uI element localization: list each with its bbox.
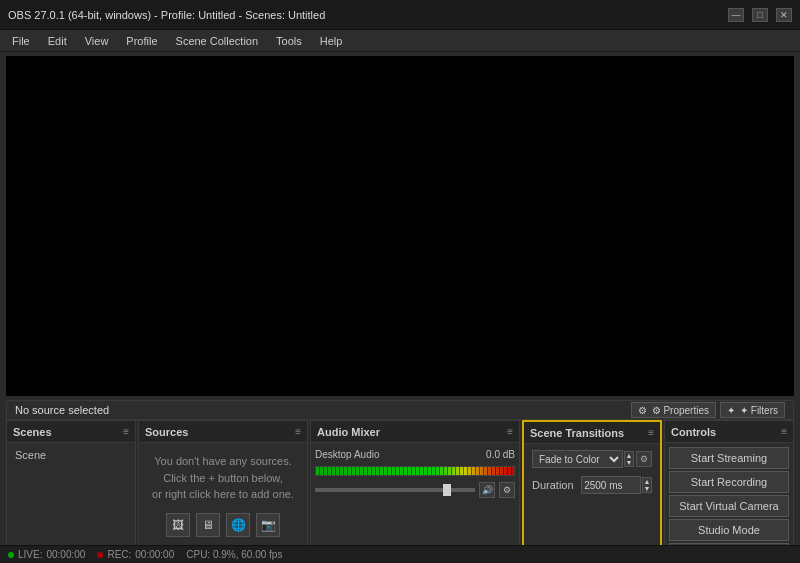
menu-tools[interactable]: Tools <box>268 31 310 51</box>
audio-mixer-panel: Audio Mixer ≡ Desktop Audio 0.0 dB <box>310 420 520 563</box>
properties-button[interactable]: ⚙ ⚙ Properties <box>631 402 716 418</box>
scene-transitions-panel-title: Scene Transitions <box>530 427 624 439</box>
rec-label: REC: <box>107 549 131 560</box>
audio-mixer-panel-title: Audio Mixer <box>317 426 380 438</box>
transition-settings-button[interactable]: ⚙ <box>636 451 652 467</box>
rec-time: 00:00:00 <box>135 549 174 560</box>
gear-icon: ⚙ <box>638 405 647 416</box>
toolbar-buttons: ⚙ ⚙ Properties ✦ ✦ Filters <box>631 402 785 418</box>
titlebar: OBS 27.0.1 (64-bit, windows) - Profile: … <box>0 0 800 30</box>
start-recording-button[interactable]: Start Recording <box>669 471 789 493</box>
controls-menu-icon[interactable]: ≡ <box>781 426 787 437</box>
transition-select-row: Fade to Color Cut Fade Swipe Slide ▲ ▼ ⚙ <box>528 448 656 470</box>
source-browser-icon[interactable]: 🌐 <box>226 513 250 537</box>
scenes-panel-title: Scenes <box>13 426 52 438</box>
menu-help[interactable]: Help <box>312 31 351 51</box>
sources-empty-text: You don't have any sources. Click the + … <box>143 447 303 509</box>
scenes-panel-content: Scene <box>7 443 135 545</box>
close-button[interactable]: ✕ <box>776 8 792 22</box>
live-dot <box>8 552 14 558</box>
source-image-icon[interactable]: 🖼 <box>166 513 190 537</box>
statusbar: LIVE: 00:00:00 REC: 00:00:00 CPU: 0.9%, … <box>0 545 800 563</box>
preview-area <box>6 56 794 396</box>
audio-vu-meter <box>315 466 515 476</box>
cpu-status: CPU: 0.9%, 60.00 fps <box>186 549 282 560</box>
audio-track-desktop: Desktop Audio 0.0 dB <box>315 447 515 462</box>
live-label: LIVE: <box>18 549 42 560</box>
transition-duration-label: Duration <box>532 479 581 491</box>
scene-transitions-menu-icon[interactable]: ≡ <box>648 427 654 438</box>
transition-type-spinner[interactable]: ▲ ▼ <box>624 451 634 467</box>
preview-canvas <box>6 56 794 396</box>
titlebar-controls: — □ ✕ <box>728 8 792 22</box>
scenes-panel: Scenes ≡ Scene + − ∧ ∨ <box>6 420 136 563</box>
menu-scene-collection[interactable]: Scene Collection <box>168 31 267 51</box>
source-display-icon[interactable]: 🖥 <box>196 513 220 537</box>
source-type-icons: 🖼 🖥 🌐 📷 <box>143 513 303 537</box>
sources-panel-content: You don't have any sources. Click the + … <box>139 443 307 545</box>
scene-transitions-panel-header: Scene Transitions ≡ <box>524 422 660 444</box>
no-source-text: No source selected <box>15 404 109 416</box>
scenes-menu-icon[interactable]: ≡ <box>123 426 129 437</box>
transition-duration-row: Duration ▲ ▼ <box>528 474 656 496</box>
audio-meter-grid <box>316 467 514 475</box>
menu-view[interactable]: View <box>77 31 117 51</box>
audio-settings-button[interactable]: ⚙ <box>499 482 515 498</box>
scene-transitions-panel: Scene Transitions ≡ Fade to Color Cut Fa… <box>522 420 662 563</box>
sources-panel: Sources ≡ You don't have any sources. Cl… <box>138 420 308 563</box>
start-virtual-camera-button[interactable]: Start Virtual Camera <box>669 495 789 517</box>
audio-track-name: Desktop Audio <box>315 449 395 460</box>
sources-panel-header: Sources ≡ <box>139 421 307 443</box>
menubar: File Edit View Profile Scene Collection … <box>0 30 800 52</box>
audio-mixer-menu-icon[interactable]: ≡ <box>507 426 513 437</box>
maximize-button[interactable]: □ <box>752 8 768 22</box>
studio-mode-button[interactable]: Studio Mode <box>669 519 789 541</box>
menu-file[interactable]: File <box>4 31 38 51</box>
no-source-bar: No source selected ⚙ ⚙ Properties ✦ ✦ Fi… <box>6 400 794 420</box>
titlebar-title: OBS 27.0.1 (64-bit, windows) - Profile: … <box>8 9 325 21</box>
filters-button[interactable]: ✦ ✦ Filters <box>720 402 785 418</box>
menu-edit[interactable]: Edit <box>40 31 75 51</box>
live-time: 00:00:00 <box>46 549 85 560</box>
scenes-panel-header: Scenes ≡ <box>7 421 135 443</box>
rec-status: REC: 00:00:00 <box>97 549 174 560</box>
duration-spinner[interactable]: ▲ ▼ <box>642 477 652 493</box>
audio-mute-button[interactable]: 🔊 <box>479 482 495 498</box>
sources-menu-icon[interactable]: ≡ <box>295 426 301 437</box>
minimize-button[interactable]: — <box>728 8 744 22</box>
source-camera-icon[interactable]: 📷 <box>256 513 280 537</box>
live-status: LIVE: 00:00:00 <box>8 549 85 560</box>
rec-dot <box>97 552 103 558</box>
controls-panel-title: Controls <box>671 426 716 438</box>
controls-panel-header: Controls ≡ <box>665 421 793 443</box>
transition-duration-input[interactable] <box>581 476 641 494</box>
controls-panel: Controls ≡ Start Streaming Start Recordi… <box>664 420 794 563</box>
transition-type-select[interactable]: Fade to Color Cut Fade Swipe Slide <box>532 450 623 468</box>
audio-volume-thumb[interactable] <box>443 484 451 496</box>
audio-track-db: 0.0 dB <box>480 449 515 460</box>
audio-volume-slider[interactable] <box>315 488 475 492</box>
start-streaming-button[interactable]: Start Streaming <box>669 447 789 469</box>
audio-volume-row: 🔊 ⚙ <box>315 482 515 498</box>
scene-item[interactable]: Scene <box>11 447 131 463</box>
menu-profile[interactable]: Profile <box>118 31 165 51</box>
audio-mixer-panel-header: Audio Mixer ≡ <box>311 421 519 443</box>
cpu-label: CPU: 0.9%, 60.00 fps <box>186 549 282 560</box>
filter-icon: ✦ <box>727 405 735 416</box>
bottom-panels: Scenes ≡ Scene + − ∧ ∨ Sources ≡ You don… <box>6 420 794 563</box>
sources-panel-title: Sources <box>145 426 188 438</box>
